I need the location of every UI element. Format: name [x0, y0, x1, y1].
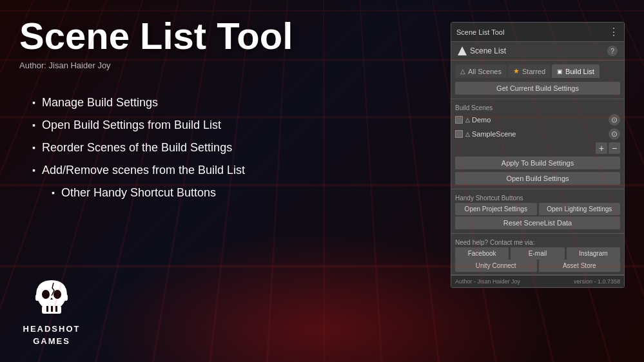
page-title: Scene List Tool: [19, 15, 438, 57]
build-scenes-label: Build Scenes: [455, 104, 620, 111]
logo-text: HEADSHOT GAMES: [23, 321, 81, 347]
scene-settings-demo[interactable]: ⊙: [609, 114, 620, 126]
shortcut-btns-row: Open Project Settings Open Lighting Sett…: [455, 203, 620, 215]
author-label: Author: Jisan Haider Joy: [19, 61, 438, 70]
panel-header-title: Scene List: [458, 46, 506, 55]
box-icon: ▣: [557, 68, 563, 75]
open-build-button[interactable]: Open Build Settings: [455, 172, 620, 185]
tab-build-list-label: Build List: [565, 68, 594, 75]
svg-point-2: [54, 290, 61, 299]
unity-connect-button[interactable]: Unity Connect: [455, 260, 537, 272]
bullet-item-3: Reorder Scenes of the Build Settings: [32, 141, 438, 155]
panel-menu-dots[interactable]: ⋮: [609, 26, 619, 38]
footer-author: Author - Jisan Haider Joy: [455, 278, 520, 285]
handy-shortcuts-section: Handy Shortcut Buttons Open Project Sett…: [451, 189, 624, 234]
tab-starred[interactable]: ★ Starred: [508, 64, 551, 78]
contact-row-1: Facebook E-mail Instagram: [455, 247, 620, 260]
tab-build-list[interactable]: ▣ Build List: [552, 64, 600, 78]
skull-icon: [29, 276, 74, 321]
scene-row-demo: △ Demo ⊙: [455, 113, 620, 127]
scene-name-sample: △ SampleScene: [465, 130, 606, 138]
main-content: Scene List Tool Author: Jisan Haider Joy…: [0, 0, 644, 362]
svg-rect-6: [55, 306, 57, 312]
bullet-item-1: Manage Build Settings: [32, 96, 438, 110]
left-panel: Scene List Tool Author: Jisan Haider Joy…: [19, 15, 451, 347]
add-remove-row: + −: [455, 141, 620, 155]
panel-titlebar: Scene List Tool ⋮: [451, 23, 624, 42]
panel-title: Scene List Tool: [456, 28, 504, 36]
unity-scene-icon-2: △: [465, 131, 470, 137]
remove-scene-button[interactable]: −: [609, 142, 620, 154]
scene-row-samplescene: △ SampleScene ⊙: [455, 127, 620, 141]
get-build-section: Get Current Build Settings: [451, 78, 624, 99]
svg-rect-8: [64, 294, 68, 301]
get-build-button[interactable]: Get Current Build Settings: [455, 82, 620, 95]
bullet-item-4: Add/Remove scenes from the Build List: [32, 164, 438, 177]
tab-bar: △ All Scenes ★ Starred ▣ Build List: [451, 61, 624, 78]
scene-name-demo: △ Demo: [465, 116, 606, 124]
tab-starred-label: Starred: [522, 68, 545, 75]
handy-shortcuts-label: Handy Shortcut Buttons: [455, 195, 620, 202]
panel-footer: Author - Jisan Haider Joy version - 1.0.…: [451, 275, 624, 287]
panel-header: Scene List ?: [451, 42, 624, 61]
build-scenes-section: Build Scenes △ Demo ⊙ △ SampleScene ⊙ +: [451, 99, 624, 189]
scene-checkbox-demo[interactable]: [455, 116, 463, 124]
bullet-item-2: Open Build Settings from Build List: [32, 119, 438, 132]
logo: HEADSHOT GAMES: [19, 276, 84, 347]
help-contact-label: Need help? Contact me via:: [455, 239, 620, 246]
unity-scene-icon: △: [465, 117, 470, 123]
contact-section: Need help? Contact me via: Facebook E-ma…: [451, 234, 624, 275]
unity-panel: Scene List Tool ⋮ Scene List ? △ All Sce…: [451, 22, 625, 288]
svg-rect-5: [51, 306, 53, 312]
footer-version: version - 1.0.7358: [574, 278, 620, 285]
scene-checkbox-sample[interactable]: [455, 130, 463, 138]
help-button[interactable]: ?: [607, 46, 618, 56]
svg-rect-4: [46, 306, 48, 312]
bullet-list: Manage Build Settings Open Build Setting…: [32, 96, 438, 209]
svg-rect-7: [35, 294, 39, 301]
email-button[interactable]: E-mail: [511, 247, 564, 260]
open-lighting-settings-button[interactable]: Open Lighting Settings: [539, 203, 621, 215]
instagram-button[interactable]: Instagram: [567, 247, 620, 260]
unity-logo-icon: [458, 46, 467, 55]
open-project-settings-button[interactable]: Open Project Settings: [455, 203, 537, 215]
asset-store-button[interactable]: Asset Store: [539, 260, 621, 272]
star-icon: ★: [513, 67, 520, 75]
contact-row-2: Unity Connect Asset Store: [455, 260, 620, 272]
unity-tab-icon: △: [460, 68, 465, 75]
tab-all-scenes[interactable]: △ All Scenes: [455, 64, 507, 78]
reset-scenelist-button[interactable]: Reset SceneList Data: [455, 216, 620, 229]
bullet-item-5: Other Handy Shortcut Buttons: [52, 186, 438, 200]
svg-point-1: [42, 290, 50, 299]
tab-all-scenes-label: All Scenes: [468, 68, 502, 75]
facebook-button[interactable]: Facebook: [455, 247, 509, 260]
apply-build-button[interactable]: Apply To Build Settings: [455, 157, 620, 169]
scene-settings-sample[interactable]: ⊙: [609, 128, 620, 140]
header-title-text: Scene List: [470, 46, 506, 55]
add-scene-button[interactable]: +: [596, 142, 607, 154]
